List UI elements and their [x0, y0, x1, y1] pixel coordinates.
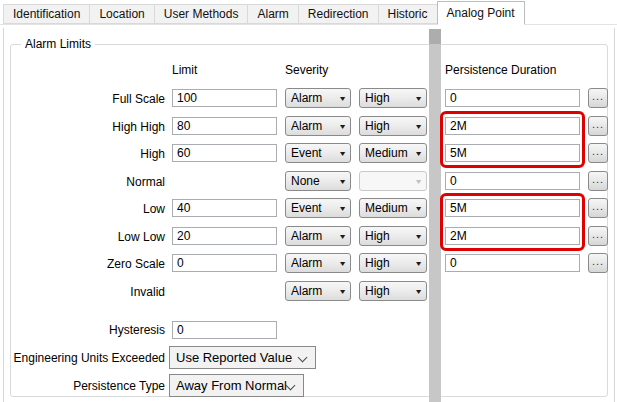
dropdown-arrow-icon: ▼ [414, 95, 423, 102]
priority-dropdown-zero-scale-value: High [365, 256, 412, 270]
row-label-zero-scale: Zero Scale [0, 257, 165, 271]
analog-point-config-panel: IdentificationLocationUser MethodsAlarmR… [0, 0, 617, 402]
severity-dropdown-normal[interactable]: None▼ [285, 171, 351, 191]
persistence-field-normal[interactable] [445, 172, 580, 190]
limit-field-high-high[interactable] [172, 117, 277, 135]
severity-dropdown-high-high[interactable]: Alarm▼ [285, 116, 351, 136]
browse-button-full-scale[interactable]: ... [588, 88, 608, 108]
persistence-field-high-high[interactable] [445, 117, 580, 135]
browse-button-normal[interactable]: ... [588, 171, 608, 191]
hysteresis-label: Hysteresis [0, 323, 165, 337]
splitter-bar-grip [429, 29, 441, 44]
severity-dropdown-low-low[interactable]: Alarm▼ [285, 226, 351, 246]
priority-dropdown-low-low[interactable]: High▼ [359, 226, 427, 246]
dropdown-arrow-icon: ▼ [338, 288, 347, 295]
severity-dropdown-normal-value: None [291, 174, 336, 188]
severity-dropdown-invalid-value: Alarm [291, 284, 336, 298]
tab-identification[interactable]: Identification [3, 4, 90, 24]
row-label-low: Low [0, 202, 165, 216]
persistence-field-low[interactable] [445, 199, 580, 217]
persistence-duration-column-header: Persistence Duration [445, 63, 556, 77]
tab-page-analog-point: Alarm Limits Limit Severity Persistence … [0, 24, 617, 402]
dropdown-arrow-icon: ▼ [338, 178, 347, 185]
tab-historic[interactable]: Historic [378, 4, 438, 24]
priority-dropdown-low[interactable]: Medium▼ [359, 198, 427, 218]
severity-dropdown-low-value: Event [291, 201, 336, 215]
dropdown-arrow-icon: ▼ [414, 178, 423, 185]
priority-dropdown-normal: ▼ [359, 171, 427, 191]
limit-field-zero-scale[interactable] [172, 254, 277, 272]
severity-dropdown-high-value: Event [291, 146, 336, 160]
severity-dropdown-low-low-value: Alarm [291, 229, 336, 243]
tab-user-methods[interactable]: User Methods [154, 4, 249, 24]
priority-dropdown-full-scale[interactable]: High▼ [359, 88, 427, 108]
severity-dropdown-high-high-value: Alarm [291, 119, 336, 133]
engineering-units-exceeded-value: Use Reported Value [176, 350, 292, 365]
row-label-high-high: High High [0, 120, 165, 134]
persistence-field-high[interactable] [445, 144, 580, 162]
priority-dropdown-high-value: Medium [365, 146, 412, 160]
tab-strip: IdentificationLocationUser MethodsAlarmR… [0, 0, 617, 24]
dropdown-arrow-icon: ▼ [338, 123, 347, 130]
persistence-field-full-scale[interactable] [445, 89, 580, 107]
severity-dropdown-zero-scale-value: Alarm [291, 256, 336, 270]
dropdown-arrow-icon: ▼ [338, 233, 347, 240]
severity-dropdown-invalid[interactable]: Alarm▼ [285, 281, 351, 301]
chevron-down-icon [286, 381, 296, 391]
persistence-type-value: Away From Normal [176, 378, 287, 393]
limit-field-low-low[interactable] [172, 227, 277, 245]
browse-button-high-high[interactable]: ... [588, 116, 608, 136]
limit-field-full-scale[interactable] [172, 89, 277, 107]
severity-column-header: Severity [285, 63, 328, 77]
tab-analog-point[interactable]: Analog Point [437, 1, 525, 25]
dropdown-arrow-icon: ▼ [338, 260, 347, 267]
persistence-field-low-low[interactable] [445, 227, 580, 245]
panel-right-border [614, 28, 615, 402]
engineering-units-exceeded-dropdown[interactable]: Use Reported Value [169, 346, 316, 369]
row-label-invalid: Invalid [0, 285, 165, 299]
dropdown-arrow-icon: ▼ [414, 288, 423, 295]
chevron-down-icon [298, 353, 308, 363]
persistence-type-dropdown[interactable]: Away From Normal [169, 374, 304, 397]
tab-redirection[interactable]: Redirection [298, 4, 379, 24]
browse-button-low-low[interactable]: ... [588, 226, 608, 246]
tab-location[interactable]: Location [89, 4, 154, 24]
severity-dropdown-low[interactable]: Event▼ [285, 198, 351, 218]
dropdown-arrow-icon: ▼ [338, 150, 347, 157]
priority-dropdown-invalid[interactable]: High▼ [359, 281, 427, 301]
priority-dropdown-high[interactable]: Medium▼ [359, 143, 427, 163]
alarm-limits-title: Alarm Limits [21, 37, 95, 51]
severity-dropdown-full-scale-value: Alarm [291, 91, 336, 105]
priority-dropdown-low-low-value: High [365, 229, 412, 243]
dropdown-arrow-icon: ▼ [414, 123, 423, 130]
hysteresis-field[interactable] [172, 321, 277, 339]
severity-dropdown-zero-scale[interactable]: Alarm▼ [285, 253, 351, 273]
priority-dropdown-zero-scale[interactable]: High▼ [359, 253, 427, 273]
priority-dropdown-high-high[interactable]: High▼ [359, 116, 427, 136]
limit-field-low[interactable] [172, 199, 277, 217]
row-label-normal: Normal [0, 175, 165, 189]
priority-dropdown-high-high-value: High [365, 119, 412, 133]
dropdown-arrow-icon: ▼ [338, 205, 347, 212]
browse-button-zero-scale[interactable]: ... [588, 253, 608, 273]
dropdown-arrow-icon: ▼ [414, 260, 423, 267]
browse-button-high[interactable]: ... [588, 143, 608, 163]
browse-button-low[interactable]: ... [588, 198, 608, 218]
severity-dropdown-full-scale[interactable]: Alarm▼ [285, 88, 351, 108]
row-label-full-scale: Full Scale [0, 92, 165, 106]
dropdown-arrow-icon: ▼ [414, 233, 423, 240]
priority-dropdown-invalid-value: High [365, 284, 412, 298]
limit-column-header: Limit [172, 63, 197, 77]
dropdown-arrow-icon: ▼ [414, 205, 423, 212]
engineering-units-exceeded-label: Engineering Units Exceeded [0, 351, 165, 365]
tab-alarm[interactable]: Alarm [247, 4, 298, 24]
dropdown-arrow-icon: ▼ [338, 95, 347, 102]
limit-field-high[interactable] [172, 144, 277, 162]
dropdown-arrow-icon: ▼ [414, 150, 423, 157]
severity-dropdown-high[interactable]: Event▼ [285, 143, 351, 163]
priority-dropdown-full-scale-value: High [365, 91, 412, 105]
splitter-bar[interactable] [429, 29, 441, 402]
row-label-low-low: Low Low [0, 230, 165, 244]
priority-dropdown-low-value: Medium [365, 201, 412, 215]
persistence-field-zero-scale[interactable] [445, 254, 580, 272]
